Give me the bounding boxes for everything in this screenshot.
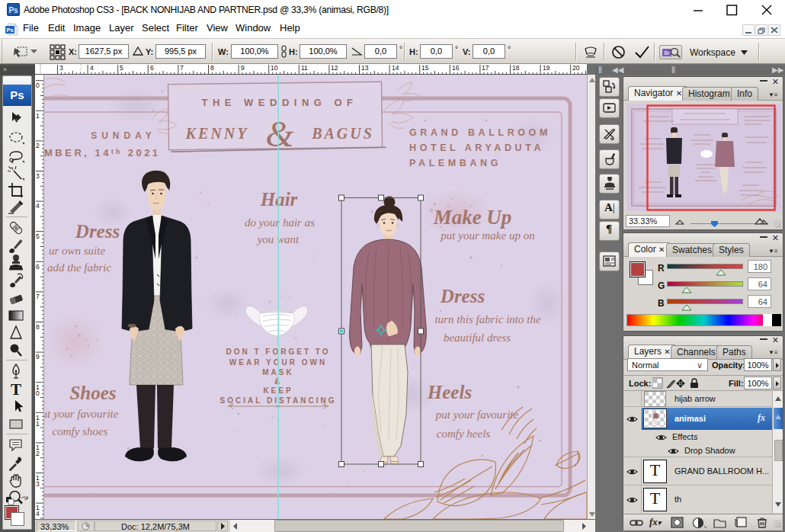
svg-text:4: 4 (36, 202, 40, 210)
svg-text:THE WEDDING OF: THE WEDDING OF (201, 97, 357, 108)
svg-text:SUNDAY: SUNDAY (91, 130, 156, 141)
svg-text:ur own suite: ur own suite (49, 245, 106, 257)
svg-text:3: 3 (36, 480, 40, 488)
svg-text:turn this fabric into the: turn this fabric into the (434, 313, 541, 325)
svg-text:ut your favourite: ut your favourite (44, 408, 119, 420)
svg-text:PALEMBANG: PALEMBANG (409, 158, 501, 168)
svg-text:8: 8 (210, 64, 214, 72)
svg-text:2: 2 (36, 142, 40, 149)
svg-text:do your hair as: do your hair as (245, 216, 315, 229)
svg-text:17: 17 (482, 64, 489, 72)
svg-text:20: 20 (572, 64, 580, 72)
svg-text:2: 2 (36, 450, 40, 457)
svg-text:16: 16 (452, 64, 460, 72)
svg-text:add the fabric: add the fabric (47, 261, 111, 274)
svg-text:7: 7 (36, 293, 40, 300)
svg-text:Ps: Ps (8, 6, 18, 14)
svg-text:12: 12 (331, 64, 338, 72)
svg-text:beautiful dress: beautiful dress (444, 332, 511, 344)
svg-text:6: 6 (150, 64, 154, 72)
svg-text:3: 3 (59, 64, 63, 72)
svg-text:HOTEL ARYADUTA: HOTEL ARYADUTA (409, 143, 544, 153)
svg-text:9: 9 (241, 64, 245, 72)
svg-text:19: 19 (543, 64, 550, 72)
svg-text:0: 0 (36, 389, 40, 397)
svg-text:Heels: Heels (427, 382, 472, 402)
svg-text:put your make up on: put your make up on (440, 229, 534, 242)
svg-text:MBER, 14ᵗʰ 2021: MBER, 14ᵗʰ 2021 (44, 147, 161, 159)
svg-text:comfy shoes: comfy shoes (53, 425, 108, 437)
svg-text:BAGUS: BAGUS (311, 125, 374, 142)
svg-text:0: 0 (36, 82, 40, 89)
svg-text:comfy heels: comfy heels (437, 428, 491, 440)
svg-text:Shoes: Shoes (69, 383, 116, 403)
svg-text:Dress: Dress (75, 221, 120, 242)
svg-text:3: 3 (36, 172, 40, 180)
svg-text:6: 6 (36, 263, 40, 271)
svg-text:15: 15 (421, 64, 429, 72)
svg-text:&: & (265, 114, 294, 154)
svg-text:5: 5 (36, 232, 40, 240)
svg-text:1: 1 (36, 420, 40, 428)
svg-text:8: 8 (36, 323, 40, 331)
svg-text:11: 11 (301, 64, 308, 72)
svg-text:Make Up: Make Up (433, 206, 512, 229)
svg-text:18: 18 (512, 64, 520, 72)
svg-text:Ps: Ps (6, 27, 13, 34)
svg-text:10: 10 (271, 64, 278, 72)
svg-text:7: 7 (180, 64, 184, 72)
svg-text:9: 9 (36, 353, 40, 361)
svg-text:GRAND BALLROOM: GRAND BALLROOM (409, 127, 551, 138)
svg-text:Dress: Dress (440, 286, 485, 306)
svg-text:13: 13 (361, 64, 369, 72)
svg-text:14: 14 (392, 64, 399, 72)
svg-text:Br: Br (665, 50, 671, 56)
svg-text:5: 5 (120, 64, 123, 72)
svg-text:KENNY: KENNY (185, 125, 249, 142)
svg-text:1: 1 (36, 112, 40, 120)
svg-text:4: 4 (90, 64, 94, 72)
svg-text:4: 4 (36, 510, 40, 518)
svg-text:put your favourite: put your favourite (435, 409, 519, 421)
